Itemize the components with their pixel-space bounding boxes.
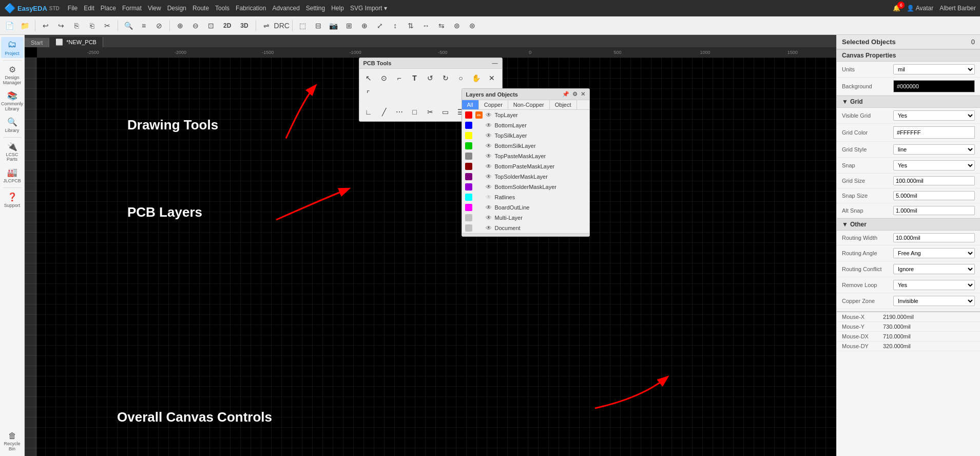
layers-close-icon[interactable]: ✕ [581,91,585,98]
routing-width-value[interactable] [893,233,975,242]
layer-item[interactable]: ✏ 👁 TopLayer [462,110,589,120]
menu-edit[interactable]: Edit [84,5,94,12]
pcb-tools-header[interactable]: PCB Tools — [359,58,502,69]
layer-item[interactable]: 👁 BottomSilkLayer [462,141,589,151]
layer-eye-document[interactable]: 👁 [486,224,492,232]
remove-loop-value[interactable]: Yes No [893,280,975,290]
layer-item[interactable]: 👁 BottomLayer [462,120,589,130]
tb-icon-c[interactable]: 📷 [326,18,341,33]
copper-zone-select[interactable]: Invisible Visible [893,296,975,306]
alt-snap-input[interactable] [893,206,975,215]
tool-angle[interactable]: ∟ [361,105,376,119]
other-collapse-icon[interactable]: ▼ [842,221,848,228]
layer-eye-topsolder[interactable]: 👁 [486,173,492,180]
menu-design[interactable]: Design [167,5,186,12]
sidebar-item-library[interactable]: 🔍 Library [1,115,24,135]
pcb-tools-close-icon[interactable]: — [492,60,498,66]
menu-tools[interactable]: Tools [215,5,229,12]
layer-item[interactable]: 👁 BottomSolderMaskLayer [462,182,589,192]
menu-setting[interactable]: Setting [306,5,325,12]
notification-bell[interactable]: 🔔 6 [893,5,900,12]
menu-help[interactable]: Help [331,5,344,12]
menu-format[interactable]: Format [122,5,142,12]
3d-button[interactable]: 3D [236,18,252,33]
grid-style-value[interactable]: line dot [893,144,975,155]
layer-tab-copper[interactable]: Copper [479,100,508,109]
menu-view[interactable]: View [148,5,161,12]
open-file-button[interactable]: 📁 [17,18,32,33]
tb-icon-i[interactable]: ↔ [419,18,433,33]
layers-pin-icon[interactable]: 📌 [562,91,569,98]
button3[interactable]: ⎘ [69,18,84,33]
layer-eye-bottomlayer[interactable]: 👁 [486,122,492,129]
alt-snap-value[interactable] [893,206,975,215]
layer-item[interactable]: 👁 TopSilkLayer [462,130,589,141]
layer-eye-multilayer[interactable]: 👁 [486,214,492,221]
tool-l-shape[interactable]: ⌐ [392,71,407,85]
layer-tab-object[interactable]: Object [550,100,577,109]
button4[interactable]: ⎗ [85,18,99,33]
routing-angle-select[interactable]: Free Ang 45° 90° [893,248,975,258]
layer-eye-bottomsolder[interactable]: 👁 [486,183,492,191]
tool-arc[interactable]: ○ [454,71,468,85]
menu-route[interactable]: Route [193,5,209,12]
units-select[interactable]: mil mm inch [893,64,975,74]
layer-eye-toplayer[interactable]: 👁 [486,111,492,119]
grid-color-value[interactable]: #FFFFFF [893,126,975,139]
snap-size-input[interactable] [893,191,975,200]
menu-file[interactable]: File [68,5,78,12]
routing-conflict-select[interactable]: Ignore Highlight Block [893,264,975,274]
layers-panel-header[interactable]: Layers and Objects 📌 ⚙ ✕ [462,89,589,100]
tool-select[interactable]: ↖ [361,71,376,85]
find-button[interactable]: ≡ [137,18,151,33]
layer-tab-non-copper[interactable]: Non-Copper [508,100,550,109]
tb-icon-j[interactable]: ⇆ [434,18,449,33]
layer-eye-boardoutline[interactable]: 👁 [486,204,492,211]
grid-size-value[interactable] [893,176,975,185]
grid-color-swatch[interactable]: #FFFFFF [893,126,975,139]
menu-advanced[interactable]: Advanced [272,5,299,12]
layer-item[interactable]: 👁 BoardOutLine [462,202,589,213]
layer-item[interactable]: 👁 TopSolderMaskLayer [462,172,589,182]
routing-width-input[interactable] [893,233,975,242]
fit-button[interactable]: ⊡ [204,18,218,33]
tb-icon-f[interactable]: ⤢ [373,18,387,33]
snap-select[interactable]: Yes No [893,160,975,170]
layer-item[interactable]: 👁 Multi-Layer [462,213,589,223]
tab-start[interactable]: Start [25,38,49,47]
sidebar-item-recycle-bin[interactable]: 🗑 RecycleBin [1,429,24,454]
tool-diagonal[interactable]: ╱ [377,105,391,119]
layer-item[interactable]: 👁 Ratlines [462,192,589,202]
snap-size-value[interactable] [893,191,975,200]
tb-drc[interactable]: DRC [275,18,289,33]
sidebar-item-lcsc-parts[interactable]: 🔌 LCSCParts [1,140,24,165]
search-button[interactable]: 🔍 [121,18,136,33]
menu-svg-import[interactable]: SVG Import ▾ [350,5,387,12]
tb-extra-1[interactable]: ⇌ [259,18,274,33]
layers-resize-handle[interactable] [462,233,589,236]
tb-icon-k[interactable]: ⊚ [450,18,464,33]
tb-icon-b[interactable]: ⊟ [311,18,325,33]
sidebar-item-jlcpcb[interactable]: 🏭 JLCPCB [1,165,24,185]
sidebar-item-commonly-library[interactable]: 📚 CommonlyLibrary [1,89,24,114]
tool-scissors[interactable]: ✂ [423,105,437,119]
clear-button[interactable]: ⊘ [152,18,166,33]
layer-eye-toppaste[interactable]: 👁 [486,153,492,160]
layer-item[interactable]: 👁 Document [462,223,589,233]
tool-rectangle-outline[interactable]: ▭ [438,105,453,119]
tool-rotate-cw[interactable]: ↻ [438,71,453,85]
canvas-area[interactable]: Start ⬜ *NEW_PCB -2500 -2000 -1500 -1000… [25,35,836,456]
layer-item[interactable]: 👁 BottomPasteMaskLayer [462,161,589,172]
zoom-in-button[interactable]: ⊕ [173,18,187,33]
menu-fabrication[interactable]: Fabrication [236,5,266,12]
2d-button[interactable]: 2D [219,18,235,33]
layer-eye-bottompaste[interactable]: 👁 [486,163,492,170]
layer-eye-topsilk[interactable]: 👁 [486,132,492,139]
routing-conflict-value[interactable]: Ignore Highlight Block [893,264,975,274]
tool-dash[interactable]: ⋯ [392,105,407,119]
units-value[interactable]: mil mm inch [893,64,975,74]
tb-icon-h[interactable]: ⇅ [403,18,418,33]
copper-zone-value[interactable]: Invisible Visible [893,296,975,306]
background-value[interactable]: #000000 [893,80,975,92]
routing-angle-value[interactable]: Free Ang 45° 90° [893,248,975,258]
